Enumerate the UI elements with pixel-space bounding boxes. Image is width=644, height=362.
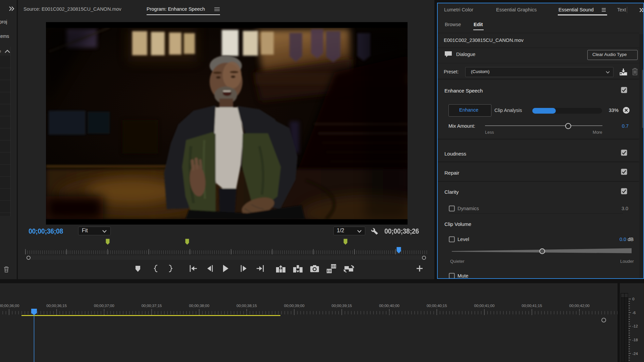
svg-text:00;00;41;15: 00;00;41;15: [522, 304, 542, 308]
svg-text:00;00;39;15: 00;00;39;15: [332, 304, 352, 308]
svg-text:00;00;36;15: 00;00;36;15: [46, 304, 67, 308]
svg-text:00;00;36;00: 00;00;36;00: [0, 304, 19, 308]
svg-text:00;00;37;00: 00;00;37;00: [94, 304, 114, 308]
svg-text:00;00;40;15: 00;00;40;15: [427, 304, 447, 308]
svg-text:-12: -12: [632, 324, 638, 328]
svg-text:-18: -18: [632, 338, 638, 342]
svg-text:00;00;38;15: 00;00;38;15: [236, 304, 257, 308]
svg-text:00;00;37;15: 00;00;37;15: [142, 304, 162, 308]
svg-text:00;00;42;00: 00;00;42;00: [569, 304, 590, 308]
svg-text:00;00;39;00: 00;00;39;00: [284, 304, 305, 308]
svg-text:00;00;40;00: 00;00;40;00: [379, 304, 399, 308]
svg-text:-6: -6: [632, 311, 636, 315]
svg-text:00;00;41;00: 00;00;41;00: [474, 304, 495, 308]
svg-text:0: 0: [632, 297, 634, 301]
svg-text:00;00;38;00: 00;00;38;00: [189, 304, 209, 308]
svg-text:-24: -24: [632, 352, 638, 356]
